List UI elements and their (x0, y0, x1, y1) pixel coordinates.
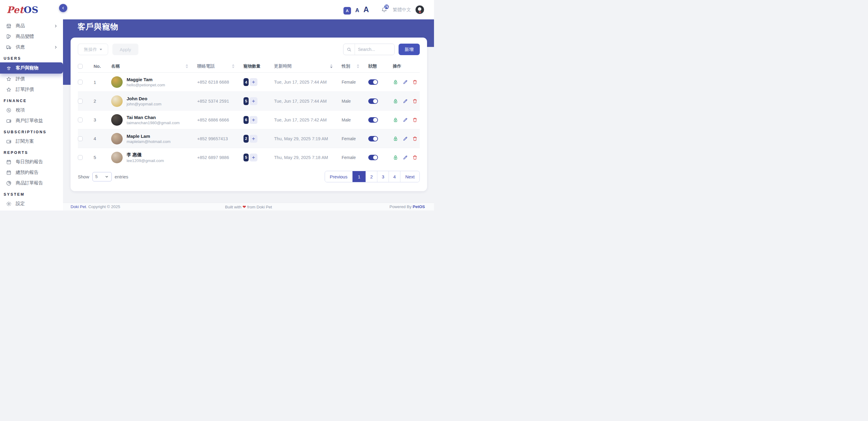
customer-name: 李 惠儀 (127, 152, 164, 158)
sidebar-item-reviews[interactable]: 評價 (0, 73, 63, 84)
edit-action-button[interactable] (403, 136, 408, 142)
add-pet-button[interactable] (250, 135, 257, 143)
status-toggle[interactable] (368, 117, 378, 123)
built-prefix: Built with (225, 205, 241, 209)
edit-action-button[interactable] (403, 79, 408, 85)
sidebar-item-products[interactable]: 商品 (0, 21, 63, 31)
sidebar-item-order-reviews[interactable]: 訂單評價 (0, 84, 63, 95)
font-size-large-button[interactable]: A (364, 5, 369, 14)
sidebar-item-settings[interactable]: 設定 (0, 199, 63, 209)
column-label: 更新時間 (274, 63, 292, 69)
row-checkbox[interactable] (78, 118, 83, 122)
sidebar-item-merchant-order-revenue[interactable]: 商戶訂單收益 (0, 115, 63, 126)
plus-icon (251, 137, 256, 141)
row-number: 2 (94, 98, 108, 103)
sidebar-item-subscription-plans[interactable]: 訂閱方案 (0, 136, 63, 147)
column-header-updated[interactable]: 更新時間 (274, 63, 342, 69)
status-toggle[interactable] (368, 79, 378, 85)
previous-page-button[interactable]: Previous (325, 171, 352, 182)
edit-action-button[interactable] (403, 155, 408, 160)
bulk-action-select[interactable]: 無操作 (78, 43, 108, 55)
status-toggle[interactable] (368, 98, 378, 104)
built-suffix: from Doki Pet (247, 205, 272, 209)
sidebar-item-total-booking-report[interactable]: 總預約報告 (0, 167, 63, 178)
delete-action-button[interactable] (412, 136, 417, 142)
column-header-name[interactable]: 名稱 (108, 64, 197, 69)
add-pet-button[interactable] (250, 97, 257, 105)
sidebar-item-product-variants[interactable]: 商品變體 (0, 31, 63, 42)
lock-icon (393, 155, 398, 160)
next-page-button[interactable]: Next (400, 171, 420, 182)
edit-action-button[interactable] (403, 117, 408, 123)
add-pet-button[interactable] (250, 116, 257, 124)
row-checkbox[interactable] (78, 80, 83, 85)
sidebar-item-label: 評價 (16, 76, 58, 82)
footer-powered-by: Powered By PetOS (390, 205, 434, 209)
apply-button[interactable]: Apply (112, 43, 138, 55)
page-button-3[interactable]: 3 (377, 171, 389, 182)
collapse-sidebar-button[interactable] (59, 4, 67, 12)
column-header-actions: 操作 (393, 64, 420, 69)
footer-copyright: Doki Pet. Copyright © 2025 (63, 205, 120, 209)
delete-action-button[interactable] (412, 98, 417, 104)
lock-action-button[interactable] (393, 155, 398, 160)
page-button-4[interactable]: 4 (389, 171, 400, 182)
customer-avatar (111, 152, 123, 163)
phone-number: +852 6886 6666 (197, 118, 244, 122)
trash-icon (412, 117, 417, 123)
footer-brand-link[interactable]: Doki Pet (70, 205, 86, 209)
row-checkbox[interactable] (78, 155, 83, 160)
delete-action-button[interactable] (412, 155, 417, 160)
sort-arrows-icon (357, 64, 359, 68)
search-input[interactable] (355, 44, 394, 55)
lock-action-button[interactable] (393, 136, 398, 142)
font-size-small-button[interactable]: A (343, 7, 351, 14)
page-button-2[interactable]: 2 (366, 171, 377, 182)
petos-logo: PetOS (0, 4, 63, 15)
delete-action-button[interactable] (412, 79, 417, 85)
sidebar-item-product-order-report[interactable]: 商品訂單報告 (0, 178, 63, 188)
user-avatar[interactable] (415, 5, 424, 14)
sidebar-section-reports: REPORTS (0, 147, 63, 157)
status-toggle[interactable] (368, 155, 378, 160)
select-all-checkbox[interactable] (78, 64, 83, 69)
pet-count-badge: 5 (244, 154, 249, 161)
updated-time: Thu, May 29, 2025 7:19 AM (274, 136, 342, 141)
powered-brand-link[interactable]: PetOS (412, 205, 425, 209)
column-header-phone[interactable]: 聯絡電話 (197, 63, 244, 69)
customer-email: lee1209@gmail.com (127, 158, 164, 163)
page-button-1[interactable]: 1 (352, 171, 366, 182)
lock-action-button[interactable] (393, 117, 398, 123)
sidebar-item-daily-booking-report[interactable]: 每日預約報告 (0, 157, 63, 167)
row-checkbox[interactable] (78, 136, 83, 141)
language-selector[interactable]: 繁體中文 (393, 7, 411, 13)
column-header-gender[interactable]: 性別 (342, 64, 368, 69)
add-customer-button[interactable]: 新增 (399, 43, 420, 55)
status-toggle[interactable] (368, 136, 378, 142)
sidebar-item-taxes[interactable]: 稅項 (0, 105, 63, 115)
wallet-icon (6, 118, 11, 124)
logo-os: OS (24, 4, 38, 15)
phone-number: +852 99657413 (197, 136, 244, 141)
add-pet-button[interactable] (250, 78, 257, 86)
tax-badge-icon (6, 108, 11, 113)
row-number: 4 (94, 136, 108, 141)
sidebar-item-customers-pets[interactable]: 客戶與寵物 (0, 62, 63, 73)
sidebar-item-label: 訂單評價 (16, 87, 58, 92)
paw-icon (6, 65, 11, 71)
updated-time: Thu, May 29, 2025 7:18 AM (274, 155, 342, 160)
pagination: Previous 1 2 3 4 Next (325, 171, 420, 182)
sidebar-item-supply[interactable]: 供應 (0, 42, 63, 52)
edit-action-button[interactable] (403, 98, 408, 104)
page-size-select[interactable]: 5 (92, 172, 112, 181)
add-pet-button[interactable] (250, 154, 257, 161)
delete-action-button[interactable] (412, 117, 417, 123)
lock-action-button[interactable] (393, 79, 398, 85)
font-size-medium-button[interactable]: A (355, 7, 359, 13)
lock-action-button[interactable] (393, 98, 398, 104)
calendar-icon (6, 159, 11, 165)
row-checkbox[interactable] (78, 99, 83, 103)
table-header-row: No. 名稱 聯絡電話 寵物數量 更新時間 性別 狀態 (78, 60, 420, 73)
notifications-button[interactable]: 76 (381, 7, 388, 13)
trash-icon (412, 155, 417, 160)
